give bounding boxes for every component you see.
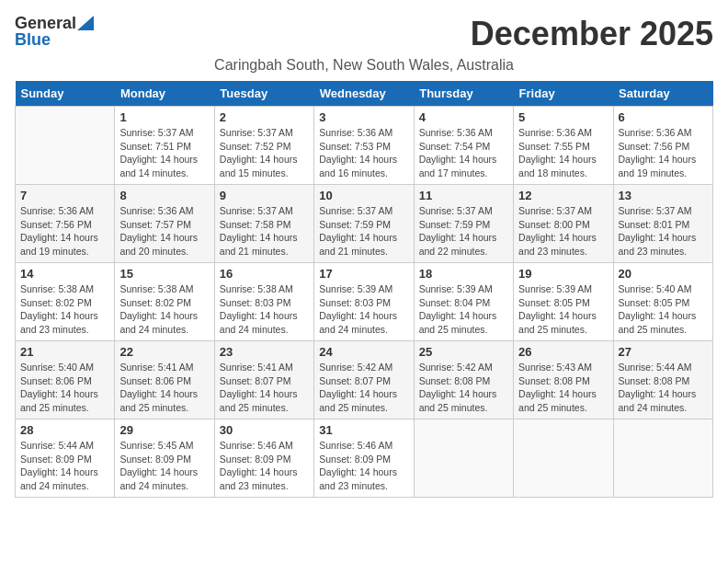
day-number: 5 <box>518 110 608 124</box>
calendar-header-row: SundayMondayTuesdayWednesdayThursdayFrid… <box>16 81 713 107</box>
day-info: Sunrise: 5:46 AM Sunset: 8:09 PM Dayligh… <box>220 439 309 493</box>
calendar-week-row: 14Sunrise: 5:38 AM Sunset: 8:02 PM Dayli… <box>16 263 713 341</box>
location-subtitle: Caringbah South, New South Wales, Austra… <box>15 57 713 74</box>
day-number: 29 <box>119 423 209 437</box>
calendar-cell: 17Sunrise: 5:39 AM Sunset: 8:03 PM Dayli… <box>314 263 414 341</box>
logo-blue: Blue <box>15 31 94 50</box>
day-info: Sunrise: 5:40 AM Sunset: 8:05 PM Dayligh… <box>619 282 708 337</box>
day-number: 7 <box>20 189 109 202</box>
calendar-week-row: 7Sunrise: 5:36 AM Sunset: 7:56 PM Daylig… <box>16 185 713 263</box>
day-info: Sunrise: 5:39 AM Sunset: 8:04 PM Dayligh… <box>419 282 508 337</box>
calendar-cell: 28Sunrise: 5:44 AM Sunset: 8:09 PM Dayli… <box>16 419 115 498</box>
day-number: 24 <box>319 345 408 359</box>
day-number: 11 <box>419 189 508 202</box>
calendar-cell: 20Sunrise: 5:40 AM Sunset: 8:05 PM Dayli… <box>613 263 712 341</box>
day-info: Sunrise: 5:36 AM Sunset: 7:57 PM Dayligh… <box>119 204 209 259</box>
day-number: 1 <box>119 110 209 124</box>
day-info: Sunrise: 5:41 AM Sunset: 8:07 PM Dayligh… <box>220 361 309 415</box>
calendar-cell: 22Sunrise: 5:41 AM Sunset: 8:06 PM Dayli… <box>115 341 214 419</box>
day-info: Sunrise: 5:37 AM Sunset: 7:52 PM Dayligh… <box>220 126 309 180</box>
day-number: 27 <box>619 345 708 359</box>
day-number: 21 <box>20 345 109 359</box>
day-number: 16 <box>220 267 309 281</box>
calendar-cell <box>514 419 613 498</box>
calendar-cell: 18Sunrise: 5:39 AM Sunset: 8:04 PM Dayli… <box>414 263 513 341</box>
calendar-cell: 30Sunrise: 5:46 AM Sunset: 8:09 PM Dayli… <box>214 419 313 498</box>
day-info: Sunrise: 5:44 AM Sunset: 8:08 PM Dayligh… <box>619 361 708 415</box>
day-info: Sunrise: 5:39 AM Sunset: 8:03 PM Dayligh… <box>319 282 408 337</box>
day-number: 12 <box>518 189 608 202</box>
calendar-cell: 29Sunrise: 5:45 AM Sunset: 8:09 PM Dayli… <box>115 419 214 498</box>
calendar-day-header: Saturday <box>613 81 712 107</box>
day-info: Sunrise: 5:36 AM Sunset: 7:54 PM Dayligh… <box>419 126 508 180</box>
calendar-cell: 7Sunrise: 5:36 AM Sunset: 7:56 PM Daylig… <box>16 185 115 263</box>
day-number: 30 <box>220 423 309 437</box>
calendar-cell: 3Sunrise: 5:36 AM Sunset: 7:53 PM Daylig… <box>314 107 414 185</box>
calendar-cell: 27Sunrise: 5:44 AM Sunset: 8:08 PM Dayli… <box>613 341 712 419</box>
day-number: 9 <box>220 189 309 202</box>
calendar-day-header: Thursday <box>414 81 513 107</box>
calendar-cell: 5Sunrise: 5:36 AM Sunset: 7:55 PM Daylig… <box>514 107 613 185</box>
day-number: 31 <box>319 423 408 437</box>
calendar-cell: 10Sunrise: 5:37 AM Sunset: 7:59 PM Dayli… <box>314 185 414 263</box>
svg-marker-0 <box>77 16 94 30</box>
day-info: Sunrise: 5:37 AM Sunset: 8:01 PM Dayligh… <box>619 204 708 259</box>
day-number: 4 <box>419 110 508 124</box>
day-info: Sunrise: 5:43 AM Sunset: 8:08 PM Dayligh… <box>518 361 608 415</box>
calendar-cell: 23Sunrise: 5:41 AM Sunset: 8:07 PM Dayli… <box>214 341 313 419</box>
calendar-day-header: Sunday <box>16 81 115 107</box>
day-info: Sunrise: 5:37 AM Sunset: 8:00 PM Dayligh… <box>518 204 608 259</box>
calendar-cell: 21Sunrise: 5:40 AM Sunset: 8:06 PM Dayli… <box>16 341 115 419</box>
day-info: Sunrise: 5:40 AM Sunset: 8:06 PM Dayligh… <box>20 361 109 415</box>
calendar-cell: 25Sunrise: 5:42 AM Sunset: 8:08 PM Dayli… <box>414 341 513 419</box>
day-info: Sunrise: 5:36 AM Sunset: 7:53 PM Dayligh… <box>319 126 408 180</box>
calendar-table: SundayMondayTuesdayWednesdayThursdayFrid… <box>15 81 713 498</box>
day-number: 18 <box>419 267 508 281</box>
calendar-cell: 15Sunrise: 5:38 AM Sunset: 8:02 PM Dayli… <box>115 263 214 341</box>
day-number: 25 <box>419 345 508 359</box>
calendar-cell: 12Sunrise: 5:37 AM Sunset: 8:00 PM Dayli… <box>514 185 613 263</box>
calendar-cell: 11Sunrise: 5:37 AM Sunset: 7:59 PM Dayli… <box>414 185 513 263</box>
logo-triangle-icon <box>77 16 94 30</box>
calendar-cell <box>16 107 115 185</box>
day-info: Sunrise: 5:37 AM Sunset: 7:51 PM Dayligh… <box>119 126 209 180</box>
day-number: 13 <box>619 189 708 202</box>
page-header: General Blue December 2025 <box>15 15 713 53</box>
calendar-cell: 9Sunrise: 5:37 AM Sunset: 7:58 PM Daylig… <box>214 185 313 263</box>
logo: General Blue <box>15 15 94 50</box>
day-info: Sunrise: 5:45 AM Sunset: 8:09 PM Dayligh… <box>119 439 209 493</box>
day-number: 8 <box>119 189 209 202</box>
day-info: Sunrise: 5:37 AM Sunset: 7:58 PM Dayligh… <box>220 204 309 259</box>
calendar-cell: 2Sunrise: 5:37 AM Sunset: 7:52 PM Daylig… <box>214 107 313 185</box>
day-info: Sunrise: 5:42 AM Sunset: 8:07 PM Dayligh… <box>319 361 408 415</box>
calendar-day-header: Friday <box>514 81 613 107</box>
day-info: Sunrise: 5:38 AM Sunset: 8:02 PM Dayligh… <box>20 282 109 337</box>
month-title: December 2025 <box>471 15 713 53</box>
calendar-day-header: Tuesday <box>214 81 313 107</box>
day-number: 19 <box>518 267 608 281</box>
day-info: Sunrise: 5:39 AM Sunset: 8:05 PM Dayligh… <box>518 282 608 337</box>
day-number: 6 <box>619 110 708 124</box>
calendar-day-header: Monday <box>115 81 214 107</box>
day-info: Sunrise: 5:38 AM Sunset: 8:02 PM Dayligh… <box>119 282 209 337</box>
calendar-cell <box>414 419 513 498</box>
day-info: Sunrise: 5:44 AM Sunset: 8:09 PM Dayligh… <box>20 439 109 493</box>
calendar-cell: 19Sunrise: 5:39 AM Sunset: 8:05 PM Dayli… <box>514 263 613 341</box>
day-number: 23 <box>220 345 309 359</box>
day-number: 15 <box>119 267 209 281</box>
calendar-cell: 31Sunrise: 5:46 AM Sunset: 8:09 PM Dayli… <box>314 419 414 498</box>
calendar-cell: 16Sunrise: 5:38 AM Sunset: 8:03 PM Dayli… <box>214 263 313 341</box>
day-number: 17 <box>319 267 408 281</box>
day-info: Sunrise: 5:36 AM Sunset: 7:55 PM Dayligh… <box>518 126 608 180</box>
day-info: Sunrise: 5:36 AM Sunset: 7:56 PM Dayligh… <box>20 204 109 259</box>
day-number: 14 <box>20 267 109 281</box>
calendar-cell: 6Sunrise: 5:36 AM Sunset: 7:56 PM Daylig… <box>613 107 712 185</box>
day-number: 2 <box>220 110 309 124</box>
day-number: 28 <box>20 423 109 437</box>
day-info: Sunrise: 5:37 AM Sunset: 7:59 PM Dayligh… <box>419 204 508 259</box>
day-info: Sunrise: 5:36 AM Sunset: 7:56 PM Dayligh… <box>619 126 708 180</box>
day-number: 20 <box>619 267 708 281</box>
calendar-cell: 26Sunrise: 5:43 AM Sunset: 8:08 PM Dayli… <box>514 341 613 419</box>
calendar-week-row: 21Sunrise: 5:40 AM Sunset: 8:06 PM Dayli… <box>16 341 713 419</box>
calendar-cell: 8Sunrise: 5:36 AM Sunset: 7:57 PM Daylig… <box>115 185 214 263</box>
